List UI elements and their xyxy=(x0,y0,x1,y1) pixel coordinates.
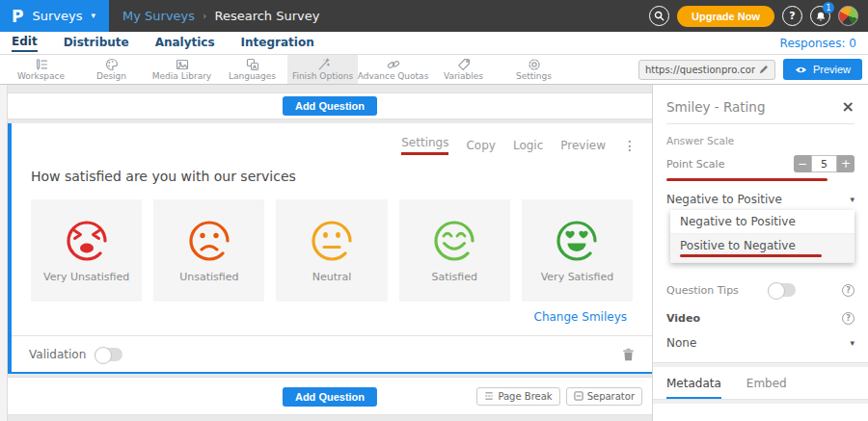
smiley-scale: Very Unsatisfied Unsatisfied xyxy=(31,199,633,302)
point-scale-stepper: − 5 + xyxy=(794,155,854,172)
panel-tabs: Metadata Embed xyxy=(653,367,868,399)
answer-scale-label: Answer Scale xyxy=(666,135,854,146)
annotation-underline-option xyxy=(680,254,822,257)
smiley-label: Neutral xyxy=(312,271,352,283)
smiley-option-unsatisfied[interactable]: Unsatisfied xyxy=(153,199,264,302)
question-card: Settings Copy Logic Preview ⋮ How satisf… xyxy=(8,123,652,374)
panel-title: Smiley - Rating xyxy=(666,99,766,115)
help-icon[interactable]: ? xyxy=(782,6,802,26)
question-tips-label: Question Tips xyxy=(666,284,739,297)
page-break-button[interactable]: Page Break xyxy=(476,387,559,406)
edit-pencil-icon[interactable] xyxy=(759,65,769,74)
question-tab-settings[interactable]: Settings xyxy=(401,136,448,155)
tab-metadata[interactable]: Metadata xyxy=(666,377,721,399)
tab-distribute[interactable]: Distribute xyxy=(64,36,129,51)
question-tab-copy[interactable]: Copy xyxy=(466,139,495,152)
section-divider xyxy=(653,399,868,404)
question-settings-panel: Smiley - Rating × Answer Scale Point Sca… xyxy=(652,85,868,421)
eye-icon xyxy=(795,66,807,74)
question-tips-row: Question Tips ? xyxy=(666,283,854,297)
satisfied-smiley-icon xyxy=(431,218,477,264)
user-avatar[interactable] xyxy=(838,6,858,26)
smiley-label: Satisfied xyxy=(431,271,477,283)
toolbar-variables[interactable]: Variables xyxy=(428,55,499,84)
stepper-plus-button[interactable]: + xyxy=(837,155,854,172)
question-tips-help-icon[interactable]: ? xyxy=(842,284,854,297)
question-tab-logic[interactable]: Logic xyxy=(513,139,543,152)
left-gutter xyxy=(0,85,8,421)
stepper-minus-button[interactable]: − xyxy=(794,155,811,172)
translate-icon xyxy=(246,58,259,70)
breadcrumb-separator-icon: › xyxy=(203,10,206,22)
close-icon[interactable]: × xyxy=(842,99,854,115)
notifications[interactable]: 1 xyxy=(810,6,830,26)
editor-toolbar: Workspace Design Media Library Languages… xyxy=(0,55,868,85)
questionpro-survey-editor: P Surveys ▾ My Surveys › Research Survey… xyxy=(0,0,868,421)
video-select-value: None xyxy=(666,336,696,350)
smiley-label: Very Unsatisfied xyxy=(43,271,129,283)
preview-button[interactable]: Preview xyxy=(783,59,862,80)
kebab-menu-icon[interactable]: ⋮ xyxy=(623,138,637,153)
chevron-down-icon: ▾ xyxy=(850,195,854,204)
smiley-label: Very Satisfied xyxy=(541,271,613,283)
breadcrumb-my-surveys[interactable]: My Surveys xyxy=(122,9,195,23)
option-positive-to-negative[interactable]: Positive to Negative xyxy=(670,234,854,263)
tab-embed[interactable]: Embed xyxy=(746,377,787,399)
smiley-option-neutral[interactable]: Neutral xyxy=(276,199,387,302)
chevron-down-icon: ▾ xyxy=(91,12,95,20)
breadcrumb-current: Research Survey xyxy=(214,9,319,23)
header-actions: Upgrade Now ? 1 xyxy=(649,6,868,27)
toolbar-settings[interactable]: Settings xyxy=(499,55,569,84)
scale-direction-select[interactable]: Negative to Positive ▾ xyxy=(666,193,854,206)
separator-button[interactable]: Separator xyxy=(566,387,642,406)
question-tips-toggle[interactable] xyxy=(768,283,796,297)
neutral-smiley-icon xyxy=(309,218,355,264)
smiley-option-satisfied[interactable]: Satisfied xyxy=(399,199,510,302)
scale-direction-value: Negative to Positive xyxy=(666,193,782,206)
toolbar-languages[interactable]: Languages xyxy=(217,55,287,84)
stepper-value[interactable]: 5 xyxy=(811,155,837,172)
very-unsatisfied-smiley-icon xyxy=(64,218,110,264)
validation-toggle[interactable] xyxy=(95,348,122,361)
validation-row: Validation xyxy=(12,335,652,372)
toolbar-media-library[interactable]: Media Library xyxy=(147,55,217,84)
unsatisfied-smiley-icon xyxy=(186,218,232,264)
magic-wand-icon xyxy=(316,58,330,70)
question-title[interactable]: How satisfied are you with our services xyxy=(12,155,652,184)
editor-canvas: Add Question Settings Copy Logic Preview… xyxy=(0,85,652,421)
breadcrumb: My Surveys › Research Survey xyxy=(122,9,319,23)
workspace-icon xyxy=(35,58,48,70)
palette-icon xyxy=(105,58,119,70)
add-question-button-top[interactable]: Add Question xyxy=(283,96,377,116)
question-tab-preview[interactable]: Preview xyxy=(560,139,606,152)
tab-edit[interactable]: Edit xyxy=(12,35,38,52)
point-scale-label: Point Scale xyxy=(666,158,724,171)
search-icon[interactable] xyxy=(649,6,669,26)
survey-nav: Edit Distribute Analytics Integration Re… xyxy=(0,32,868,55)
tab-analytics[interactable]: Analytics xyxy=(155,36,215,51)
toolbar-design[interactable]: Design xyxy=(76,55,147,84)
smiley-option-very-unsatisfied[interactable]: Very Unsatisfied xyxy=(31,199,142,302)
add-question-button-bottom[interactable]: Add Question xyxy=(283,387,377,407)
notification-badge: 1 xyxy=(823,2,834,13)
survey-url-value: https://questionpro.com/t/A xyxy=(645,65,755,75)
smiley-label: Unsatisfied xyxy=(179,271,238,283)
video-select[interactable]: None ▾ xyxy=(666,336,854,350)
option-negative-to-positive[interactable]: Negative to Positive xyxy=(670,210,854,234)
toolbar-workspace[interactable]: Workspace xyxy=(6,55,76,84)
tab-integration[interactable]: Integration xyxy=(241,36,314,51)
question-tabs: Settings Copy Logic Preview ⋮ xyxy=(12,123,652,155)
surveys-menu[interactable]: P Surveys ▾ xyxy=(0,0,109,32)
toolbar-advance-quotas[interactable]: Advance Quotas xyxy=(358,55,428,84)
page-break-icon xyxy=(484,391,494,401)
survey-url-field[interactable]: https://questionpro.com/t/A xyxy=(638,60,775,80)
chevron-down-icon: ▾ xyxy=(850,338,854,348)
responses-count[interactable]: Responses: 0 xyxy=(780,37,856,50)
toolbar-finish-options[interactable]: Finish Options xyxy=(287,55,358,84)
trash-icon[interactable] xyxy=(622,348,635,361)
change-smileys-link[interactable]: Change Smileys xyxy=(534,310,627,324)
video-help-icon[interactable]: ? xyxy=(842,312,854,325)
upgrade-now-button[interactable]: Upgrade Now xyxy=(677,6,774,27)
separator-icon xyxy=(574,391,583,401)
smiley-option-very-satisfied[interactable]: Very Satisfied xyxy=(522,199,633,302)
